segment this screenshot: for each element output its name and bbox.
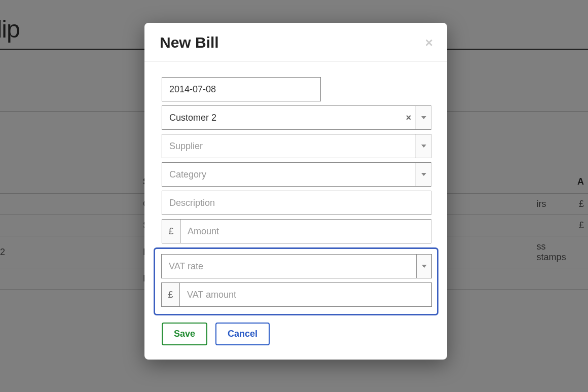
- amount-field[interactable]: [180, 219, 431, 243]
- customer-value: Customer 2: [162, 113, 401, 123]
- supplier-placeholder: Supplier: [162, 141, 416, 152]
- vat-amount-field[interactable]: [179, 282, 432, 307]
- supplier-select[interactable]: Supplier: [162, 134, 431, 158]
- customer-select[interactable]: Customer 2 ×: [162, 105, 431, 130]
- new-bill-modal: New Bill × Customer 2 × Supplier: [144, 23, 447, 360]
- chevron-down-icon[interactable]: [416, 163, 431, 186]
- date-field[interactable]: [162, 77, 321, 101]
- vat-amount-group: £: [161, 282, 432, 307]
- cancel-button[interactable]: Cancel: [215, 323, 270, 345]
- currency-symbol: £: [161, 282, 179, 307]
- description-field[interactable]: [162, 191, 431, 215]
- modal-title: New Bill: [160, 34, 432, 51]
- vat-rate-select[interactable]: VAT rate: [161, 254, 432, 278]
- category-placeholder: Category: [162, 169, 416, 180]
- amount-group: £: [162, 219, 431, 243]
- modal-body: Customer 2 × Supplier Category: [144, 62, 447, 360]
- currency-symbol: £: [162, 219, 180, 243]
- vat-highlight: VAT rate £: [154, 247, 438, 315]
- category-select[interactable]: Category: [162, 162, 431, 187]
- save-button[interactable]: Save: [162, 323, 207, 345]
- chevron-down-icon[interactable]: [416, 134, 431, 158]
- vat-rate-placeholder: VAT rate: [162, 261, 416, 272]
- chevron-down-icon[interactable]: [416, 255, 431, 278]
- button-row: Save Cancel: [162, 323, 433, 345]
- chevron-down-icon[interactable]: [416, 106, 431, 129]
- clear-icon[interactable]: ×: [401, 113, 416, 123]
- close-icon[interactable]: ×: [425, 36, 433, 49]
- modal-header: New Bill ×: [144, 23, 447, 62]
